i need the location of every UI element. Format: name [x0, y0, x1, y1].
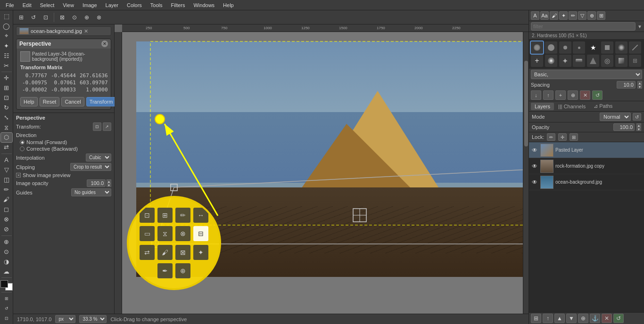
brush-icon-gradient[interactable]: ▽	[578, 11, 586, 20]
reset-button[interactable]: Reset	[40, 97, 60, 106]
brush-item-8[interactable]	[629, 41, 641, 54]
options-icon-6[interactable]: ⊕	[82, 12, 92, 23]
mini-close-button[interactable]: ✕	[84, 28, 88, 34]
layers-action-anchor[interactable]: ⚓	[590, 314, 600, 323]
brush-item-10[interactable]	[545, 55, 557, 67]
tool-text[interactable]: A	[1, 155, 12, 165]
image-opacity-down[interactable]: ▼	[107, 183, 111, 187]
options-icon-5[interactable]: ⊙	[69, 12, 80, 23]
menu-layer[interactable]: Layer	[102, 1, 123, 9]
menu-windows[interactable]: Windows	[190, 1, 218, 9]
tool-bucket[interactable]: ▽	[1, 165, 12, 175]
tool-move[interactable]: ✛	[1, 73, 12, 83]
tool-heal[interactable]: ⊙	[1, 247, 12, 256]
menu-edit[interactable]: Edit	[19, 1, 35, 9]
options-icon-4[interactable]: ⊠	[57, 12, 67, 23]
tool-pencil[interactable]: ✏	[1, 185, 12, 194]
brush-action-delete[interactable]: ✕	[580, 90, 590, 100]
brush-item-5[interactable]: ★	[587, 41, 599, 54]
brush-action-new[interactable]: +	[555, 90, 566, 100]
layers-action-down[interactable]: ▼	[566, 314, 577, 323]
tool-fuzzy-select[interactable]: ✦	[1, 41, 12, 50]
tab-paths[interactable]: ⊿ Paths	[590, 102, 616, 110]
guides-select[interactable]: No guides Center lines Rule of thirds	[71, 188, 111, 196]
clipping-select[interactable]: Crop to result Adjust Clip	[70, 163, 111, 171]
direction-normal-item[interactable]: Normal (Forward)	[20, 139, 111, 145]
lock-pixels-button[interactable]: ✏	[547, 133, 555, 141]
opacity-down[interactable]: ▼	[636, 127, 641, 131]
brush-item-13[interactable]	[587, 55, 599, 67]
layers-action-new-layer[interactable]: ↑	[543, 314, 553, 323]
image-opacity-value[interactable]: 100.0	[87, 179, 106, 187]
spacing-up[interactable]: ▲	[637, 81, 642, 85]
tool-shear[interactable]: ⧖	[1, 123, 12, 132]
brush-item-6[interactable]	[601, 41, 613, 54]
layer-eye-pasted[interactable]: 👁	[531, 146, 538, 154]
tool-dodge-burn[interactable]: ◑	[1, 257, 12, 266]
mode-select[interactable]: Normal Multiply Screen	[600, 113, 631, 121]
show-preview-checkbox[interactable]	[16, 173, 21, 178]
circle-tool-2[interactable]: ⊞	[157, 208, 173, 223]
brushes-filter-input[interactable]	[531, 22, 636, 31]
circle-tool-paint[interactable]: 🖌	[157, 245, 173, 260]
brush-item-15[interactable]	[615, 55, 627, 67]
tool-extra-1[interactable]: ⊞	[1, 294, 12, 303]
foreground-color[interactable]	[0, 280, 8, 288]
spacing-down[interactable]: ▼	[637, 85, 642, 89]
direction-corrective-radio[interactable]	[20, 146, 25, 151]
menu-select[interactable]: Select	[36, 1, 58, 9]
mode-reset-button[interactable]: ↺	[633, 113, 641, 121]
spacing-value[interactable]: 10.0	[617, 81, 636, 89]
menu-help[interactable]: Help	[219, 1, 238, 9]
circle-tool-zoom[interactable]: ⊗	[175, 226, 190, 241]
layer-row-rock[interactable]: 👁 rock-formation.jpg copy	[529, 158, 644, 174]
tool-eraser[interactable]: ◻	[1, 205, 12, 214]
brush-item-2[interactable]	[545, 41, 557, 54]
tool-clone[interactable]: ⊕	[1, 237, 12, 246]
brush-item-7[interactable]	[615, 41, 627, 54]
tool-crop[interactable]: ⊡	[1, 93, 12, 103]
lock-position-button[interactable]: ✛	[558, 133, 567, 141]
circle-tool-pattern[interactable]: ⊠	[175, 245, 190, 260]
brush-preset-select[interactable]: Basic,	[531, 70, 642, 79]
options-icon-7[interactable]: ⊗	[94, 12, 104, 23]
status-unit-select[interactable]: px mm in	[55, 315, 75, 323]
interpolation-select[interactable]: Cubic Linear None	[86, 154, 111, 162]
layer-eye-ocean[interactable]: 👁	[531, 178, 538, 186]
options-icon-2[interactable]: ↺	[28, 12, 39, 23]
v-scrollbar[interactable]	[523, 32, 528, 318]
tool-extra-2[interactable]: ↺	[1, 304, 12, 313]
direction-normal-radio[interactable]	[20, 140, 25, 145]
brush-icon-tag[interactable]: A	[531, 11, 539, 20]
help-button[interactable]: Help	[20, 97, 38, 106]
image-opacity-up[interactable]: ▲	[107, 179, 111, 183]
tool-flip[interactable]: ⇄	[1, 143, 12, 152]
layers-action-delete[interactable]: ✕	[602, 314, 612, 323]
circle-tool-eyedrop[interactable]: ✦	[193, 245, 208, 260]
tool-paintbrush[interactable]: 🖌	[1, 195, 12, 204]
brush-item-4[interactable]	[573, 41, 585, 54]
opacity-value[interactable]: 100.0	[613, 123, 635, 131]
transform-button[interactable]: Transform	[86, 97, 116, 106]
canvas-main[interactable]: 250 500 750 1000 1250 1500 1750 2000 225…	[115, 24, 528, 324]
brush-icon-dynamic[interactable]: ✦	[559, 11, 568, 20]
tool-perspective[interactable]: ⬡	[1, 133, 12, 142]
tool-gradient[interactable]: ◫	[1, 175, 12, 185]
brush-icon-brush[interactable]: 🖌	[550, 11, 558, 20]
circle-tool-1[interactable]: ⊡	[140, 208, 155, 223]
tab-channels[interactable]: ||| Channels	[554, 103, 589, 110]
menu-filters[interactable]: Filters	[167, 1, 189, 9]
canvas-viewport[interactable]: ⊡ ⊞ ✏ ↔ ▭ ⧖ ⊗ ⊟ ⇄ 🖌 ⊠ ✦ ✒ ⊕	[122, 32, 523, 318]
circle-tool-rect[interactable]: ▭	[140, 226, 155, 241]
cancel-button[interactable]: Cancel	[61, 97, 84, 106]
menu-tools[interactable]: Tools	[147, 1, 166, 9]
brush-item-12[interactable]	[573, 55, 585, 67]
transform-icon-1[interactable]: ⊡	[93, 122, 101, 131]
tool-colors[interactable]	[0, 280, 13, 291]
menu-view[interactable]: View	[59, 1, 78, 9]
show-preview-row[interactable]: Show image preview	[16, 172, 111, 178]
tool-select-by-color[interactable]: ☷	[1, 51, 12, 60]
layer-eye-rock[interactable]: 👁	[531, 162, 538, 170]
options-icon-1[interactable]: ⊞	[16, 12, 26, 23]
tool-free-select[interactable]: ⌖	[1, 31, 12, 40]
